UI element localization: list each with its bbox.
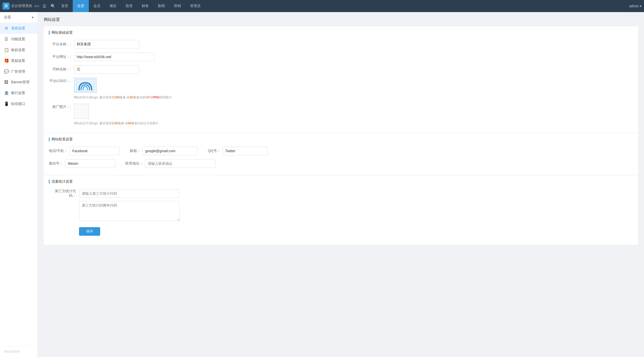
address-input[interactable]: [145, 159, 215, 168]
platform-name-label: 平台名称：: [49, 40, 74, 47]
system-icon: ⚙: [4, 26, 9, 31]
stats-settings-title: 流量统计设置: [52, 179, 73, 184]
promo-row: 推广图片： 网站的正方形logo. 建议使用宽80像素-高80像素内的正方形图片: [44, 102, 638, 128]
platform-url-label: 平台网址：: [49, 53, 74, 59]
sidebar-item-label-reward: 奖励设置: [11, 59, 25, 63]
sidebar-item-payment[interactable]: 📋 收款设置: [0, 45, 37, 55]
address-field: 联系地址：: [125, 159, 215, 168]
contact-row-2: 微信号： 联系地址：: [44, 157, 638, 170]
nav-home[interactable]: 首页: [57, 0, 73, 12]
sidebar-item-system[interactable]: ⚙ 系统设置: [0, 23, 37, 34]
nav-member[interactable]: 会员: [89, 0, 105, 12]
logo-upload-area[interactable]: [74, 78, 97, 93]
stat-script-textarea[interactable]: [79, 201, 180, 221]
logo-height: 50: [130, 96, 133, 99]
promo-width: 80: [115, 122, 118, 125]
wechat-input[interactable]: [65, 159, 115, 168]
platform-name-input[interactable]: [74, 40, 139, 49]
nav-marketing[interactable]: 营销: [169, 0, 185, 12]
email-field: 邮箱：: [130, 147, 198, 155]
payment-icon: 📋: [4, 48, 9, 52]
ad-icon: 💬: [4, 69, 9, 74]
nav-menu: 首页 设置 会员 项目 投资 财务 新闻 营销 管理员: [57, 0, 629, 12]
nav-finance[interactable]: 财务: [137, 0, 153, 12]
sidebar-toggle[interactable]: ▾: [32, 15, 33, 19]
bank-icon: 🏦: [4, 91, 9, 95]
platform-name-row: 平台名称：: [44, 38, 638, 51]
sidebar-item-sms[interactable]: 📱 短信接口: [0, 98, 37, 109]
platform-url-row: 平台网址：: [44, 51, 638, 63]
logo-svg: [77, 79, 94, 91]
platform-url-input[interactable]: [74, 53, 155, 61]
sidebar-item-banner[interactable]: 🖼 Banner管理: [0, 77, 37, 88]
logo-label: 平台LOGO：: [49, 78, 74, 83]
stat-code-input[interactable]: [79, 189, 180, 198]
basic-settings-section: 网站基础设置 平台名称： 平台网址： 币种名称： 平台LOGO：: [44, 26, 638, 133]
reward-icon: 🎁: [4, 58, 9, 63]
nav-invest[interactable]: 投资: [121, 0, 137, 12]
nav-icons: ☰ 🔍: [42, 3, 57, 10]
phone-label: 电话/手机：: [49, 149, 67, 153]
promo-height: 80: [128, 122, 131, 125]
phone-input[interactable]: [69, 147, 120, 155]
basic-settings-title: 网站基础设置: [52, 30, 73, 35]
contact-settings-header: 网站联系设置: [44, 133, 638, 145]
logo-row: 平台LOGO：: [44, 76, 638, 102]
banner-icon: 🖼: [4, 80, 9, 85]
stats-settings-section: 流量统计设置 第三方统计代码： 保存: [44, 175, 638, 245]
nav-admin[interactable]: 管理员: [185, 0, 205, 12]
nav-news[interactable]: 新闻: [153, 0, 169, 12]
currency-input[interactable]: [74, 65, 139, 74]
menu-icon[interactable]: ☰: [42, 3, 47, 10]
main-layout: 设置 ▾ ⚙ 系统设置 ☰ 功能设置 📋 收款设置 🎁 奖励设置 💬 广告管理 …: [0, 12, 644, 357]
logo-hint: 网站的长方形logo. 建议使用宽280像素-高50像素内的GIF或PNG透明图…: [74, 95, 172, 100]
email-input[interactable]: [142, 147, 198, 155]
promo-label: 推广图片：: [49, 104, 74, 109]
sidebar-item-label-bank: 银行设置: [11, 91, 25, 95]
sidebar-item-label-sms: 短信接口: [11, 102, 25, 106]
wechat-field: 微信号：: [49, 159, 115, 168]
currency-label: 币种名称：: [49, 65, 74, 72]
logo-width: 280: [115, 96, 120, 99]
contact-settings-title: 网站联系设置: [52, 137, 73, 142]
save-button[interactable]: 保存: [79, 227, 100, 236]
sidebar-item-label-banner: Banner管理: [11, 80, 29, 85]
currency-row: 币种名称：: [44, 63, 638, 76]
basic-settings-header: 网站基础设置: [44, 26, 638, 38]
promo-upload-area[interactable]: [74, 104, 89, 119]
wechat-label: 微信号：: [49, 161, 63, 166]
stats-settings-header: 流量统计设置: [44, 175, 638, 187]
sidebar-item-function[interactable]: ☰ 功能设置: [0, 34, 37, 45]
nav-project[interactable]: 项目: [105, 0, 121, 12]
brand: 后 后台管理系统 beta: [3, 3, 39, 10]
search-icon[interactable]: 🔍: [50, 3, 57, 10]
stat-code-label: 第三方统计代码：: [49, 189, 79, 198]
top-nav: 后 后台管理系统 beta ☰ 🔍 首页 设置 会员 项目 投资 财务 新闻 营…: [0, 0, 644, 12]
function-icon: ☰: [4, 37, 9, 42]
sidebar-item-bank[interactable]: 🏦 银行设置: [0, 88, 37, 98]
logo-png: PNG: [153, 96, 160, 99]
main-content: 网站设置 网站基础设置 平台名称： 平台网址： 币种名称：: [38, 12, 644, 357]
sidebar-item-reward[interactable]: 🎁 奖励设置: [0, 55, 37, 66]
brand-icon: 后: [3, 3, 10, 10]
qq-field: QQ号：: [208, 147, 268, 155]
nav-right: admin ▾: [629, 4, 641, 8]
qq-input[interactable]: [222, 147, 268, 155]
sidebar-header: 设置 ▾: [0, 12, 37, 23]
sidebar-item-label-ad: 广告管理: [11, 69, 25, 74]
contact-row-1: 电话/手机： 邮箱： QQ号：: [44, 145, 638, 157]
contact-settings-section: 网站联系设置 电话/手机： 邮箱： QQ号：: [44, 133, 638, 175]
sidebar: 设置 ▾ ⚙ 系统设置 ☰ 功能设置 📋 收款设置 🎁 奖励设置 💬 广告管理 …: [0, 12, 38, 357]
sms-icon: 📱: [4, 101, 9, 106]
sidebar-item-label-payment: 收款设置: [11, 48, 25, 52]
sidebar-title: 设置: [4, 15, 11, 20]
nav-settings[interactable]: 设置: [73, 0, 89, 12]
qq-label: QQ号：: [208, 149, 220, 153]
brand-name: 后台管理系统: [11, 4, 32, 8]
sidebar-item-label-function: 功能设置: [11, 37, 25, 42]
sidebar-item-ad[interactable]: 💬 广告管理: [0, 66, 37, 77]
promo-hint: 网站的正方形logo. 建议使用宽80像素-高80像素内的正方形图片: [74, 121, 159, 126]
page-title: 网站设置: [44, 17, 638, 22]
admin-dropdown[interactable]: admin ▾: [629, 4, 641, 8]
brand-beta: beta: [34, 5, 39, 8]
